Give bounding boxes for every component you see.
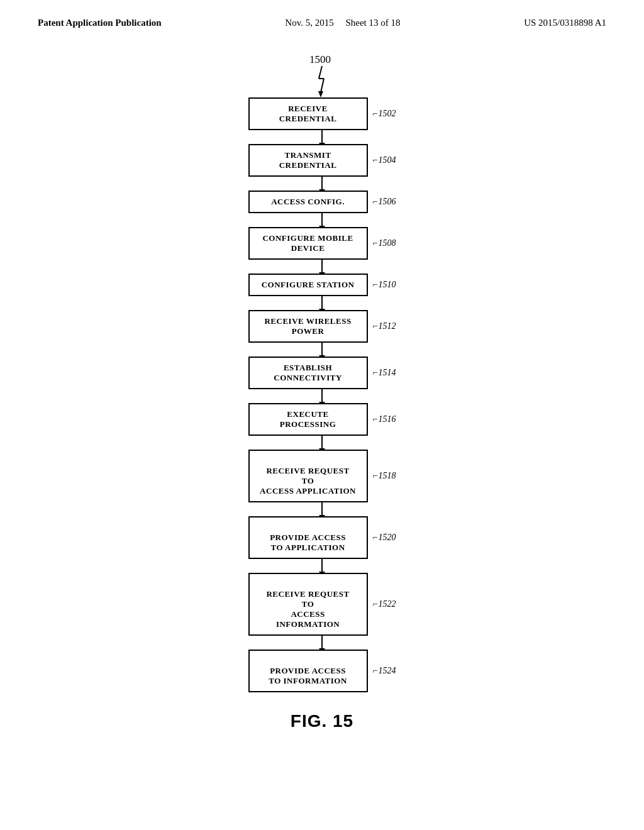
arrow-1514-1516 — [321, 389, 323, 403]
node-1522: RECEIVE REQUEST TO ACCESS INFORMATION — [248, 573, 368, 636]
node-1506-wrapper: ACCESS CONFIG. 1506 — [248, 191, 396, 213]
header-date-sheet: Nov. 5, 2015 Sheet 13 of 18 — [285, 18, 400, 28]
figure-label: FIG. 15 — [291, 711, 353, 731]
node-1508-wrapper: CONFIGURE MOBILE DEVICE 1508 — [248, 227, 396, 260]
start-arrow-icon — [313, 66, 331, 97]
start-label: 1500 — [309, 53, 331, 66]
node-1524-wrapper: PROVIDE ACCESS TO INFORMATION 1524 — [248, 650, 396, 692]
ref-1520: 1520 — [373, 533, 396, 543]
ref-1512: 1512 — [373, 321, 396, 331]
node-1518: RECEIVE REQUEST TO ACCESS APPLICATION — [248, 450, 368, 502]
flow-chart: RECEIVE CREDENTIAL 1502 TRANSMIT CREDENT… — [248, 97, 396, 692]
arrow-1516-1518 — [321, 436, 323, 450]
ref-1514: 1514 — [373, 368, 396, 378]
arrow-1520-1522 — [321, 559, 323, 573]
node-1524: PROVIDE ACCESS TO INFORMATION — [248, 650, 368, 692]
ref-1506: 1506 — [373, 197, 396, 207]
header-publication-label: Patent Application Publication — [38, 18, 162, 28]
node-1520-wrapper: PROVIDE ACCESS TO APPLICATION 1520 — [248, 516, 396, 559]
node-1516-wrapper: EXECUTE PROCESSING 1516 — [248, 403, 396, 436]
arrow-1522-1524 — [321, 636, 323, 650]
svg-marker-3 — [318, 91, 323, 97]
arrow-1504-1506 — [321, 177, 323, 191]
arrow-1508-1510 — [321, 260, 323, 274]
node-1512-wrapper: RECEIVE WIRELESS POWER 1512 — [248, 310, 396, 343]
node-1514: ESTABLISH CONNECTIVITY — [248, 357, 368, 389]
header-sheet: Sheet 13 of 18 — [345, 18, 400, 28]
node-1502-wrapper: RECEIVE CREDENTIAL 1502 — [248, 97, 396, 130]
diagram-area: 1500 RECEIVE CREDENTIAL 1502 TRANSMIT CR… — [0, 28, 644, 731]
svg-line-2 — [321, 79, 324, 92]
arrow-1506-1508 — [321, 213, 323, 227]
node-1502: RECEIVE CREDENTIAL — [248, 97, 368, 130]
arrow-1518-1520 — [321, 502, 323, 516]
page-header: Patent Application Publication Nov. 5, 2… — [0, 0, 644, 28]
ref-1518: 1518 — [373, 471, 396, 481]
node-1514-wrapper: ESTABLISH CONNECTIVITY 1514 — [248, 357, 396, 389]
svg-line-0 — [319, 66, 322, 79]
ref-1502: 1502 — [373, 109, 396, 119]
arrow-1510-1512 — [321, 296, 323, 310]
node-1520: PROVIDE ACCESS TO APPLICATION — [248, 516, 368, 559]
node-1510-wrapper: CONFIGURE STATION 1510 — [248, 274, 396, 296]
arrow-1502-1504 — [321, 130, 323, 144]
ref-1508: 1508 — [373, 238, 396, 248]
ref-1504: 1504 — [373, 155, 396, 165]
header-patent-number: US 2015/0318898 A1 — [524, 18, 606, 28]
ref-1516: 1516 — [373, 414, 396, 424]
node-1504: TRANSMIT CREDENTIAL — [248, 144, 368, 177]
header-date: Nov. 5, 2015 — [285, 18, 333, 28]
ref-1524: 1524 — [373, 666, 396, 676]
node-1518-wrapper: RECEIVE REQUEST TO ACCESS APPLICATION 15… — [248, 450, 396, 502]
node-1504-wrapper: TRANSMIT CREDENTIAL 1504 — [248, 144, 396, 177]
node-1508: CONFIGURE MOBILE DEVICE — [248, 227, 368, 260]
node-1522-wrapper: RECEIVE REQUEST TO ACCESS INFORMATION 15… — [248, 573, 396, 636]
ref-1522: 1522 — [373, 599, 396, 609]
node-1516: EXECUTE PROCESSING — [248, 403, 368, 436]
arrow-1512-1514 — [321, 343, 323, 357]
start-symbol: 1500 — [309, 53, 335, 97]
node-1510: CONFIGURE STATION — [248, 274, 368, 296]
node-1512: RECEIVE WIRELESS POWER — [248, 310, 368, 343]
ref-1510: 1510 — [373, 280, 396, 290]
node-1506: ACCESS CONFIG. — [248, 191, 368, 213]
